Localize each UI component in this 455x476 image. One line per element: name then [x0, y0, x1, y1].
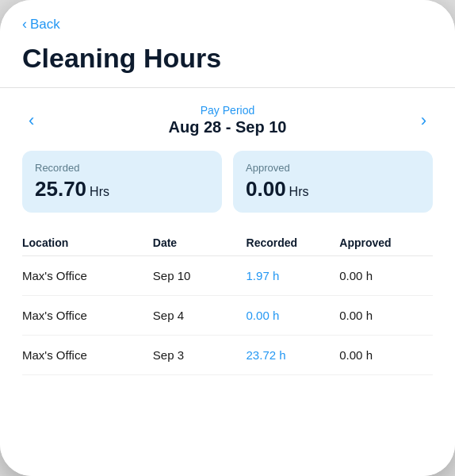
back-label: Back: [30, 17, 60, 33]
row3-recorded: 23.72 h: [247, 348, 340, 362]
row3-approved: 0.00 h: [339, 348, 433, 362]
pay-period-center: Pay Period Aug 28 - Sep 10: [169, 104, 287, 136]
row1-recorded: 1.97 h: [247, 269, 340, 282]
hours-cards: Recorded 25.70 Hrs Approved 0.00 Hrs: [22, 151, 433, 213]
approved-number: 0.00: [246, 177, 286, 202]
pay-period-label: Pay Period: [169, 104, 287, 117]
page-title: Cleaning Hours: [22, 44, 433, 73]
approved-unit: Hrs: [289, 185, 309, 199]
recorded-card-value: 25.70 Hrs: [35, 177, 209, 202]
table-header: Location Date Recorded Approved: [22, 230, 433, 256]
back-button[interactable]: ‹ Back: [22, 16, 60, 33]
divider: [0, 87, 455, 88]
table-section: Location Date Recorded Approved Max's Of…: [0, 230, 455, 375]
approved-card-value: 0.00 Hrs: [246, 177, 420, 202]
table-row: Max's Office Sep 4 0.00 h 0.00 h: [22, 296, 433, 336]
recorded-unit: Hrs: [90, 185, 109, 199]
screen: ‹ Back Cleaning Hours ‹ Pay Period Aug 2…: [0, 0, 455, 476]
approved-card-label: Approved: [246, 162, 420, 174]
table-row: Max's Office Sep 3 23.72 h 0.00 h: [22, 336, 433, 375]
row2-recorded: 0.00 h: [247, 309, 340, 322]
row1-date: Sep 10: [153, 269, 247, 282]
row3-location: Max's Office: [22, 348, 153, 362]
row2-approved: 0.00 h: [339, 309, 433, 322]
row1-approved: 0.00 h: [339, 269, 433, 282]
col-header-recorded: Recorded: [247, 236, 340, 249]
col-header-approved: Approved: [339, 236, 433, 249]
pay-period-dates: Aug 28 - Sep 10: [169, 118, 287, 136]
pay-period-section: ‹ Pay Period Aug 28 - Sep 10 ›: [22, 104, 433, 136]
recorded-card-label: Recorded: [35, 162, 209, 174]
col-header-date: Date: [153, 236, 247, 249]
recorded-number: 25.70: [35, 177, 86, 202]
next-period-button[interactable]: ›: [415, 107, 433, 134]
approved-card: Approved 0.00 Hrs: [233, 151, 433, 213]
phone-frame: ‹ Back Cleaning Hours ‹ Pay Period Aug 2…: [0, 0, 455, 476]
row3-date: Sep 3: [153, 348, 247, 362]
recorded-card: Recorded 25.70 Hrs: [22, 151, 222, 213]
back-chevron-icon: ‹: [22, 16, 27, 33]
row1-location: Max's Office: [22, 269, 153, 282]
prev-period-button[interactable]: ‹: [22, 107, 40, 134]
row2-location: Max's Office: [22, 309, 153, 322]
table-row: Max's Office Sep 10 1.97 h 0.00 h: [22, 256, 433, 296]
col-header-location: Location: [22, 236, 153, 249]
row2-date: Sep 4: [153, 309, 247, 322]
